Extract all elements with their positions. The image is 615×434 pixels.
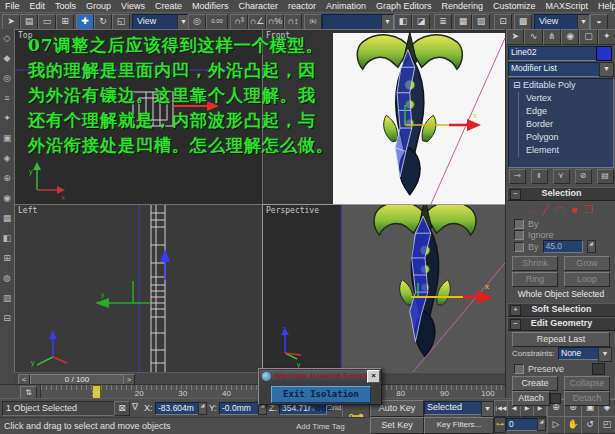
- curve-editor-icon[interactable]: ▦: [454, 14, 472, 30]
- tab-utilities[interactable]: ✦: [598, 29, 615, 45]
- element-mode-icon[interactable]: ❒: [584, 204, 593, 215]
- edit-geometry-rollout-header[interactable]: − Edit Geometry: [507, 317, 615, 331]
- menu-item-group[interactable]: Group: [81, 1, 116, 11]
- scale-icon[interactable]: ◱: [112, 14, 130, 30]
- reactor-analyze-icon[interactable]: ⊟: [2, 313, 13, 324]
- render-view-dropdown-arrow[interactable]: ▼: [577, 15, 589, 29]
- rotate-icon[interactable]: ↻: [94, 14, 112, 30]
- reactor-fracture-icon[interactable]: ⊞: [2, 253, 13, 264]
- reactor-rigidbody-icon[interactable]: ◇: [2, 33, 13, 44]
- configure-modifier-sets-icon[interactable]: ▤: [597, 169, 614, 184]
- constraints-dropdown-arrow[interactable]: ▼: [598, 347, 612, 362]
- menu-item-animation[interactable]: Animation: [321, 1, 371, 11]
- mirror-icon[interactable]: ◧: [394, 14, 412, 30]
- layer-manager-icon[interactable]: ≣: [434, 14, 452, 30]
- stack-item-element[interactable]: Element: [509, 144, 613, 157]
- reactor-wind-icon[interactable]: ▦: [2, 213, 13, 224]
- reactor-preview-icon[interactable]: ▥: [2, 293, 13, 304]
- quick-render-icon[interactable]: ◒: [590, 14, 608, 30]
- menu-item-customize[interactable]: Customize: [488, 1, 541, 11]
- tab-hierarchy[interactable]: ⋔: [543, 29, 561, 45]
- snap-3d-icon[interactable]: ∩³: [230, 14, 248, 30]
- tab-display[interactable]: ▢: [579, 29, 597, 45]
- detach-button[interactable]: Detach: [564, 391, 610, 406]
- reactor-deforming-icon[interactable]: ✦: [2, 113, 13, 124]
- snap-angle-icon[interactable]: ∩∠: [248, 14, 266, 30]
- pin-stack-icon[interactable]: ⊸: [509, 169, 526, 184]
- stack-item-vertex[interactable]: Vertex: [509, 92, 613, 105]
- viewport-left[interactable]: Left: [14, 204, 263, 373]
- select-by-name-icon[interactable]: ▤: [20, 14, 38, 30]
- menu-item-maxscript[interactable]: MAXScript: [541, 1, 594, 11]
- reactor-softbody-icon[interactable]: ◎: [2, 73, 13, 84]
- by-angle-value-field[interactable]: 45.0: [543, 240, 583, 253]
- repeat-last-button[interactable]: Repeat Last: [512, 332, 610, 347]
- attach-list-icon[interactable]: [550, 393, 561, 404]
- snap-spinner-icon[interactable]: ∩↕: [284, 14, 302, 30]
- dialog-close-icon[interactable]: ×: [367, 370, 380, 383]
- material-editor-icon[interactable]: ⊡: [494, 14, 512, 30]
- stack-item-polygon[interactable]: Polygon: [509, 131, 613, 144]
- key-filters-button[interactable]: Key Filters...: [424, 417, 494, 434]
- use-center-icon[interactable]: ◎: [188, 14, 206, 30]
- named-selection-dropdown[interactable]: ▼: [322, 14, 394, 30]
- by-angle-row[interactable]: By 45.0 ◢: [514, 241, 596, 252]
- menu-item-character[interactable]: Character: [233, 1, 283, 11]
- object-color-swatch[interactable]: [596, 46, 612, 61]
- attach-button[interactable]: Attach: [512, 391, 550, 406]
- x-coordinate-field[interactable]: -83.604m: [155, 402, 203, 415]
- schematic-view-icon[interactable]: ▧: [472, 14, 490, 30]
- selection-lock-icon[interactable]: ⊠: [114, 401, 130, 416]
- make-unique-icon[interactable]: ⋎: [553, 169, 570, 184]
- constraints-dropdown[interactable]: None: [558, 347, 602, 360]
- edge-mode-icon[interactable]: ╱: [542, 204, 548, 215]
- menu-item-create[interactable]: Create: [150, 1, 187, 11]
- stack-item-editable-poly[interactable]: ⊟ Editable Poly: [509, 79, 613, 92]
- ref-coord-dropdown[interactable]: View▼: [132, 14, 190, 30]
- selection-region-icon[interactable]: ▭: [38, 14, 56, 30]
- key-mode-toggle-icon[interactable]: ⊶: [494, 417, 506, 433]
- by-angle-checkbox[interactable]: [514, 242, 524, 252]
- render-view-dropdown[interactable]: View▼: [534, 14, 590, 30]
- ring-button[interactable]: Ring: [512, 272, 558, 287]
- menu-item-tools[interactable]: Tools: [50, 1, 81, 11]
- grow-button[interactable]: Grow: [564, 256, 610, 271]
- tab-create[interactable]: ➤: [506, 29, 524, 45]
- align-icon[interactable]: ◪: [412, 14, 430, 30]
- viewport-top-label[interactable]: Top: [18, 31, 32, 40]
- stack-item-border[interactable]: Border: [509, 118, 613, 131]
- viewport-top[interactable]: Top y: [14, 29, 263, 205]
- vertex-mode-icon[interactable]: ∴: [529, 204, 535, 215]
- render-setup-icon[interactable]: ▩: [514, 14, 532, 30]
- arc-rotate-icon[interactable]: ↺: [581, 416, 599, 434]
- go-to-start-button[interactable]: |◀◀: [494, 400, 508, 417]
- move-icon[interactable]: ✚: [76, 14, 94, 30]
- create-button[interactable]: Create: [512, 376, 558, 391]
- by-angle-spinner[interactable]: ◢: [587, 240, 596, 253]
- preserve-uvs-settings-icon[interactable]: [592, 363, 605, 375]
- reactor-toy-car-icon[interactable]: ◧: [2, 233, 13, 244]
- modifier-list-dropdown[interactable]: Modifier List: [508, 62, 604, 77]
- frame-spinner[interactable]: ◢: [537, 418, 546, 431]
- y-coordinate-field[interactable]: -0.0mm: [219, 402, 263, 415]
- loop-button[interactable]: Loop: [564, 272, 610, 287]
- object-name-field[interactable]: Line02: [508, 46, 598, 61]
- selected-set-dropdown[interactable]: Selected: [424, 401, 486, 415]
- collapse-button[interactable]: Collapse: [564, 376, 610, 391]
- snap-percent-icon[interactable]: ∩%: [266, 14, 284, 30]
- reactor-motor-icon[interactable]: ◉: [2, 193, 13, 204]
- polygon-mode-icon[interactable]: ■: [571, 204, 577, 215]
- menu-item-file[interactable]: File: [0, 1, 25, 11]
- reactor-water-icon[interactable]: ◍: [2, 273, 13, 284]
- track-bar[interactable]: ⇅ 102030405060708090100: [0, 384, 505, 399]
- preserve-uvs-row[interactable]: Preserve: [514, 363, 564, 374]
- ignore-backfacing-row[interactable]: Ignore: [514, 229, 554, 240]
- menu-item-reactor[interactable]: reactor: [283, 1, 321, 11]
- named-selection-dropdown-arrow[interactable]: ▼: [381, 15, 393, 29]
- set-key-button[interactable]: Set Key: [370, 417, 424, 434]
- menu-item-rendering[interactable]: Rendering: [437, 1, 489, 11]
- menu-item-edit[interactable]: Edit: [25, 1, 51, 11]
- menu-item-graph-editors[interactable]: Graph Editors: [371, 1, 437, 11]
- viewport-left-label[interactable]: Left: [18, 206, 37, 215]
- show-end-result-icon[interactable]: ‖: [531, 169, 548, 184]
